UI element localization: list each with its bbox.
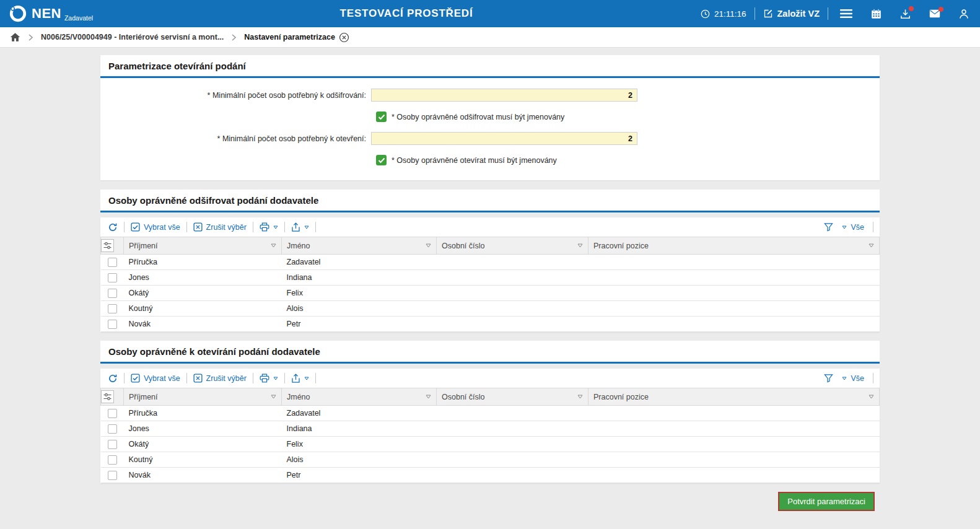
row-checkbox[interactable] <box>108 258 117 267</box>
table-header-row: Příjmení Jméno Osobní číslo Pracovní poz… <box>101 388 880 406</box>
decrypt-named-checkbox[interactable] <box>376 111 387 122</box>
decrypt-named-label: * Osoby oprávněné odšifrovat musí být jm… <box>392 113 564 121</box>
cell-pracovni-pozice <box>588 437 880 452</box>
toolbar-separator <box>284 373 285 383</box>
select-all-button[interactable]: Vybrat vše <box>131 222 180 232</box>
form-row-decrypt-named: * Osoby oprávněné odšifrovat musí být jm… <box>100 111 880 122</box>
row-checkbox[interactable] <box>108 455 117 465</box>
column-filter-caret-icon[interactable] <box>271 395 276 399</box>
view-all-dropdown[interactable]: Vše <box>842 223 864 232</box>
refresh-button[interactable] <box>108 374 118 383</box>
row-checkbox[interactable] <box>108 471 117 480</box>
close-tab-button[interactable] <box>339 32 349 43</box>
table-row[interactable]: Novák Petr <box>101 317 880 332</box>
table-row[interactable]: Okátý Felix <box>101 286 880 301</box>
clock-time: 21:11:16 <box>714 9 746 19</box>
clear-selection-button[interactable]: Zrušit výběr <box>193 374 247 383</box>
column-header-jmeno[interactable]: Jméno <box>282 388 437 406</box>
home-icon <box>10 32 20 42</box>
toolbar-separator <box>315 222 316 232</box>
cell-prijmeni: Příručka <box>124 255 282 270</box>
open-named-label: * Osoby oprávněné otevírat musí být jmen… <box>392 156 557 165</box>
cell-osobni-cislo <box>437 452 588 468</box>
column-filter-caret-icon[interactable] <box>426 395 431 399</box>
cell-osobni-cislo <box>437 421 588 437</box>
calendar-icon <box>871 9 882 19</box>
nen-logo[interactable]: NEN Zadavatel <box>9 4 93 23</box>
cell-osobni-cislo <box>437 286 588 301</box>
create-vz-button[interactable]: Založit VZ <box>763 9 820 19</box>
breadcrumb-item-parametrization[interactable]: Nastavení parametrizace <box>244 33 335 42</box>
column-filter-caret-icon[interactable] <box>271 243 276 248</box>
messages-button[interactable] <box>929 9 940 18</box>
column-header-pracovni-pozice[interactable]: Pracovní pozice <box>588 237 880 255</box>
cell-pracovni-pozice <box>588 468 880 483</box>
topbar: NEN Zadavatel TESTOVACÍ PROSTŘEDÍ 21:11:… <box>0 0 980 27</box>
column-filter-caret-icon[interactable] <box>868 243 874 248</box>
column-filter-caret-icon[interactable] <box>426 243 431 248</box>
table-row[interactable]: Novák Petr <box>101 468 880 483</box>
calendar-button[interactable] <box>871 9 882 19</box>
home-button[interactable] <box>10 32 20 42</box>
refresh-button[interactable] <box>108 222 118 232</box>
select-all-button[interactable]: Vybrat vše <box>131 374 180 383</box>
column-header-jmeno[interactable]: Jméno <box>282 237 437 255</box>
table-row[interactable]: Příručka Zadavatel <box>101 406 880 421</box>
column-options-button[interactable] <box>101 388 124 406</box>
cell-osobni-cislo <box>437 255 588 270</box>
row-checkbox[interactable] <box>108 304 117 313</box>
column-header-osobni-cislo[interactable]: Osobní číslo <box>437 237 588 255</box>
table-row[interactable]: Koutný Alois <box>101 452 880 468</box>
min-decrypt-label: * Minimální počet osob potřebný k odšifr… <box>100 91 371 100</box>
filter-button[interactable] <box>824 222 833 232</box>
environment-title: TESTOVACÍ PROSTŘEDÍ <box>340 7 473 20</box>
row-checkbox[interactable] <box>108 409 117 418</box>
column-header-prijmeni[interactable]: Příjmení <box>124 237 282 255</box>
export-button[interactable] <box>291 222 309 232</box>
downloads-button[interactable] <box>900 9 911 19</box>
table-row[interactable]: Okátý Felix <box>101 437 880 452</box>
row-checkbox[interactable] <box>108 440 117 449</box>
filter-button[interactable] <box>824 374 833 383</box>
table-row[interactable]: Koutný Alois <box>101 301 880 317</box>
refresh-icon <box>108 374 118 383</box>
view-all-dropdown[interactable]: Vše <box>842 374 864 383</box>
table-row[interactable]: Jones Indiana <box>101 270 880 286</box>
cell-osobni-cislo <box>437 301 588 317</box>
table-row[interactable]: Jones Indiana <box>101 421 880 437</box>
min-decrypt-input[interactable] <box>371 89 637 102</box>
row-checkbox[interactable] <box>108 273 117 282</box>
column-filter-caret-icon[interactable] <box>577 395 583 399</box>
main-content: Parametrizace otevírání podání * Minimál… <box>0 48 980 511</box>
clock-display: 21:11:16 <box>701 9 746 19</box>
row-checkbox[interactable] <box>108 289 117 298</box>
cell-pracovni-pozice <box>588 286 880 301</box>
print-button[interactable] <box>260 374 278 383</box>
table-row[interactable]: Příručka Zadavatel <box>101 255 880 270</box>
column-header-pracovni-pozice[interactable]: Pracovní pozice <box>588 388 880 406</box>
print-button[interactable] <box>260 222 278 232</box>
min-open-input[interactable] <box>371 132 637 145</box>
cell-pracovni-pozice <box>588 317 880 332</box>
cell-prijmeni: Koutný <box>124 301 282 317</box>
hamburger-menu-button[interactable] <box>840 9 852 19</box>
notification-badge <box>938 7 943 12</box>
cell-prijmeni: Okátý <box>124 437 282 452</box>
column-header-prijmeni[interactable]: Příjmení <box>124 388 282 406</box>
breadcrumb-item-procurement[interactable]: N006/25/V00004949 - Interiérové servisní… <box>41 33 224 42</box>
clear-selection-button[interactable]: Zrušit výběr <box>193 222 247 232</box>
open-named-checkbox[interactable] <box>376 155 387 165</box>
row-checkbox[interactable] <box>108 320 117 329</box>
toolbar-right: Vše <box>824 222 873 232</box>
close-icon <box>339 32 349 43</box>
user-profile-button[interactable] <box>959 9 969 19</box>
confirm-parametrization-button[interactable]: Potvrdit parametrizaci <box>778 492 875 511</box>
column-filter-caret-icon[interactable] <box>868 395 874 399</box>
select-all-icon <box>131 374 140 383</box>
export-button[interactable] <box>291 374 309 383</box>
row-checkbox[interactable] <box>108 424 117 434</box>
column-filter-caret-icon[interactable] <box>577 243 583 248</box>
column-header-osobni-cislo[interactable]: Osobní číslo <box>437 388 588 406</box>
column-options-button[interactable] <box>101 237 124 255</box>
caret-down-icon <box>273 377 278 380</box>
